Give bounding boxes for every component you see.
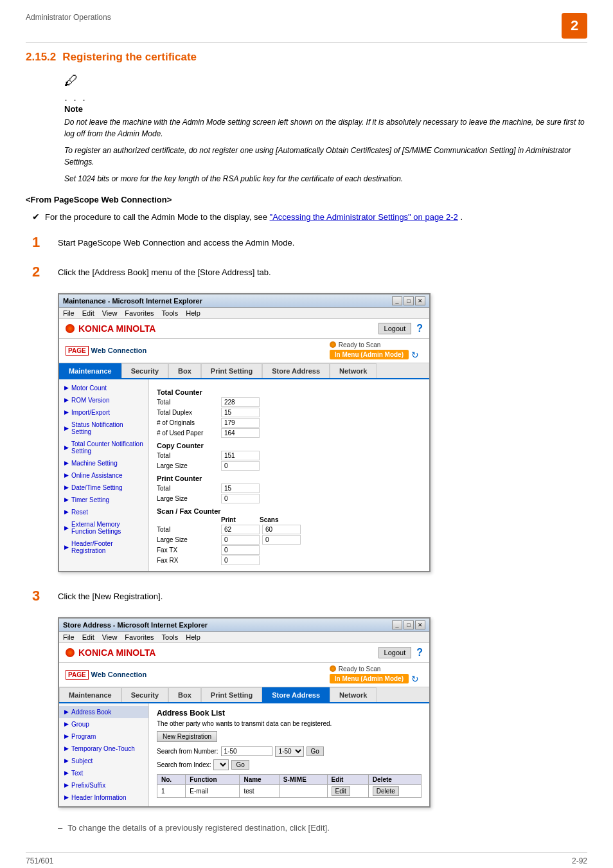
search-number-go-button[interactable]: Go bbox=[306, 746, 324, 756]
ready-scan-dot-2 bbox=[330, 665, 336, 672]
browser-controls-1: _ □ ✕ bbox=[392, 296, 425, 305]
sidebar-item-rom-version[interactable]: ▶ ROM Version bbox=[59, 394, 148, 406]
tab-network-1[interactable]: Network bbox=[330, 363, 377, 378]
tab-box-1[interactable]: Box bbox=[168, 363, 201, 378]
note-icon: 🖊 bbox=[64, 73, 587, 89]
search-number-input[interactable] bbox=[221, 746, 272, 756]
konica-logo-dot-1 bbox=[66, 324, 75, 333]
menu-favorites-1[interactable]: Favorites bbox=[125, 309, 154, 317]
sidebar-item-motor-count[interactable]: ▶ Motor Count bbox=[59, 382, 148, 394]
sidebar-item-status-notification[interactable]: ▶ Status Notification Setting bbox=[59, 419, 148, 438]
tab-store-address-2[interactable]: Store Address bbox=[262, 687, 330, 702]
menu-file-1[interactable]: File bbox=[63, 309, 75, 317]
tab-security-2[interactable]: Security bbox=[121, 687, 168, 702]
tab-maintenance-1[interactable]: Maintenance bbox=[59, 363, 121, 378]
konica-topbar-2: KONICA MINOLTA Logout ? bbox=[59, 643, 429, 663]
close-button-2[interactable]: ✕ bbox=[415, 620, 425, 629]
menu-help-1[interactable]: Help bbox=[186, 309, 200, 317]
tab-network-2[interactable]: Network bbox=[330, 687, 377, 702]
address-book-description: The other party who wants to transmit da… bbox=[157, 720, 422, 727]
sidebar-item-total-counter[interactable]: ▶ Total Counter Notification Setting bbox=[59, 438, 148, 457]
fax-value-rx: 0 bbox=[221, 556, 260, 565]
close-button-1[interactable]: ✕ bbox=[415, 296, 425, 305]
fax-row-tx: Fax TX 0 bbox=[157, 545, 422, 555]
help-icon-2[interactable]: ? bbox=[416, 647, 423, 658]
logout-button-2[interactable]: Logout bbox=[378, 647, 412, 658]
search-number-select[interactable]: 1-50 bbox=[275, 746, 304, 757]
sidebar-label-group: Group bbox=[71, 721, 89, 728]
sidebar-arrow-2g: ▶ bbox=[64, 782, 69, 788]
menu-favorites-2[interactable]: Favorites bbox=[125, 633, 154, 641]
sidebar-item-timer[interactable]: ▶ Timer Setting bbox=[59, 494, 148, 506]
menu-tools-1[interactable]: Tools bbox=[162, 309, 179, 317]
pagescope-text-2: Web Connection bbox=[91, 671, 147, 678]
table-header-edit: Edit bbox=[327, 774, 368, 784]
sidebar-item-temp-one-touch[interactable]: ▶ Temporary One-Touch bbox=[59, 743, 148, 755]
sidebar-item-text[interactable]: ▶ Text bbox=[59, 767, 148, 779]
restore-button-2[interactable]: □ bbox=[404, 620, 414, 629]
tab-maintenance-2[interactable]: Maintenance bbox=[59, 687, 121, 702]
sidebar-item-machine-setting[interactable]: ▶ Machine Setting bbox=[59, 457, 148, 469]
sidebar-item-group[interactable]: ▶ Group bbox=[59, 718, 148, 730]
restore-button-1[interactable]: □ bbox=[404, 296, 414, 305]
help-icon-1[interactable]: ? bbox=[416, 323, 423, 334]
menu-help-2[interactable]: Help bbox=[186, 633, 200, 641]
tab-store-address-1[interactable]: Store Address bbox=[262, 363, 330, 378]
menu-edit-2[interactable]: Edit bbox=[82, 633, 94, 641]
sidebar-arrow-1f: ▶ bbox=[64, 460, 69, 466]
menu-edit-1[interactable]: Edit bbox=[82, 309, 94, 317]
sidebar-item-header-info[interactable]: ▶ Header Information bbox=[59, 791, 148, 804]
step-2-number: 2 bbox=[32, 264, 48, 280]
table-cell-delete: Delete bbox=[368, 784, 421, 797]
page-logo-1: PAGE bbox=[66, 346, 89, 356]
minimize-button-2[interactable]: _ bbox=[392, 620, 402, 629]
tab-security-1[interactable]: Security bbox=[121, 363, 168, 378]
refresh-icon-2[interactable]: ↻ bbox=[411, 674, 419, 684]
scan-label-large: Large Size bbox=[157, 536, 221, 543]
sidebar-item-subject[interactable]: ▶ Subject bbox=[59, 755, 148, 767]
print-label-total: Total bbox=[157, 485, 221, 492]
note-line-2: To register an authorized certificate, d… bbox=[64, 145, 587, 168]
nav-tabs-2: Maintenance Security Box Print Setting S… bbox=[59, 687, 429, 703]
page-logo-2: PAGE bbox=[66, 670, 89, 680]
copy-counter-title: Copy Counter bbox=[157, 442, 422, 449]
sidebar-arrow-2h: ▶ bbox=[64, 794, 69, 800]
tab-print-setting-2[interactable]: Print Setting bbox=[201, 687, 262, 702]
sidebar-label-import: Import/Export bbox=[71, 409, 110, 416]
dash-icon: – bbox=[58, 823, 62, 833]
tab-box-2[interactable]: Box bbox=[168, 687, 201, 702]
browser-menubar-1: File Edit View Favorites Tools Help bbox=[59, 308, 429, 319]
sidebar-item-prefix-suffix[interactable]: ▶ Prefix/Suffix bbox=[59, 779, 148, 791]
admin-settings-link[interactable]: "Accessing the Administrator Settings" o… bbox=[270, 212, 458, 222]
counter-row-duplex: Total Duplex 15 bbox=[157, 408, 422, 417]
new-registration-button[interactable]: New Registration bbox=[157, 731, 217, 742]
print-counter-title: Print Counter bbox=[157, 475, 422, 482]
browser-titlebar-1: Maintenance - Microsoft Internet Explore… bbox=[59, 294, 429, 308]
menu-view-2[interactable]: View bbox=[102, 633, 118, 641]
address-book-table: No. Function Name S-MIME Edit Delete 1 E… bbox=[157, 774, 422, 798]
sidebar-item-reset[interactable]: ▶ Reset bbox=[59, 506, 148, 518]
sidebar-item-online-assistance[interactable]: ▶ Online Assistance bbox=[59, 469, 148, 482]
browser-menubar-2: File Edit View Favorites Tools Help bbox=[59, 632, 429, 643]
search-index-select[interactable] bbox=[213, 759, 229, 770]
sidebar-item-address-book[interactable]: ▶ Address Book bbox=[59, 706, 148, 718]
menu-tools-2[interactable]: Tools bbox=[162, 633, 179, 641]
menu-view-1[interactable]: View bbox=[102, 309, 118, 317]
sidebar-item-external-memory[interactable]: ▶ External Memory Function Settings bbox=[59, 518, 148, 538]
table-cell-smime bbox=[279, 784, 327, 797]
sidebar-item-datetime[interactable]: ▶ Date/Time Setting bbox=[59, 482, 148, 494]
delete-button-row1[interactable]: Delete bbox=[373, 786, 399, 796]
minimize-button-1[interactable]: _ bbox=[392, 296, 402, 305]
logout-button-1[interactable]: Logout bbox=[378, 323, 412, 334]
menu-file-2[interactable]: File bbox=[63, 633, 75, 641]
sidebar-item-import-export[interactable]: ▶ Import/Export bbox=[59, 406, 148, 419]
sidebar-item-program[interactable]: ▶ Program bbox=[59, 730, 148, 743]
refresh-icon-1[interactable]: ↻ bbox=[411, 350, 419, 360]
search-index-go-button[interactable]: Go bbox=[231, 760, 249, 770]
tab-print-setting-1[interactable]: Print Setting bbox=[201, 363, 262, 378]
search-row-index: Search from Index: Go bbox=[157, 759, 422, 770]
edit-button-row1[interactable]: Edit bbox=[332, 786, 350, 796]
pagescope-bar-1: PAGE Web Connection Ready to Scan In Men… bbox=[59, 339, 429, 363]
ready-scan-text-1: Ready to Scan bbox=[339, 341, 381, 348]
sidebar-item-header-footer[interactable]: ▶ Header/Footer Registration bbox=[59, 538, 148, 557]
